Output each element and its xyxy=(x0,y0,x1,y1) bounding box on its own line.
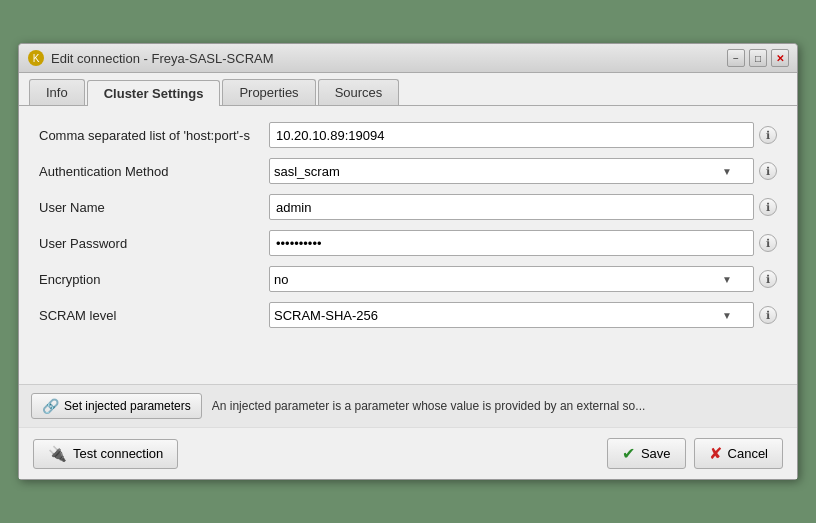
field-auth-method-wrap: sasl_scram none sasl_plain ℹ xyxy=(269,158,777,184)
field-encryption-select-wrap: no ssl starttls xyxy=(269,266,754,292)
field-auth-method-label: Authentication Method xyxy=(39,164,269,179)
user-password-info-icon[interactable]: ℹ xyxy=(759,234,777,252)
cancel-x-icon: ✘ xyxy=(709,444,722,463)
field-scram-level-select[interactable]: SCRAM-SHA-256 SCRAM-SHA-512 xyxy=(269,302,754,328)
field-encryption-wrap: no ssl starttls ℹ xyxy=(269,266,777,292)
field-host-port-input[interactable] xyxy=(269,122,754,148)
field-encryption-select[interactable]: no ssl starttls xyxy=(269,266,754,292)
field-host-port-label: Comma separated list of 'host:port'-s xyxy=(39,128,269,143)
injected-params-description: An injected parameter is a parameter who… xyxy=(212,399,646,413)
host-port-info-icon[interactable]: ℹ xyxy=(759,126,777,144)
svg-text:K: K xyxy=(33,53,40,64)
content-spacer xyxy=(39,338,777,368)
field-scram-level-wrap: SCRAM-SHA-256 SCRAM-SHA-512 ℹ xyxy=(269,302,777,328)
field-user-name-label: User Name xyxy=(39,200,269,215)
field-user-name-input[interactable] xyxy=(269,194,754,220)
field-user-password-input[interactable] xyxy=(269,230,754,256)
footer-left: 🔌 Test connection xyxy=(33,439,178,469)
user-name-info-icon[interactable]: ℹ xyxy=(759,198,777,216)
encryption-info-icon[interactable]: ℹ xyxy=(759,270,777,288)
close-button[interactable]: ✕ xyxy=(771,49,789,67)
tab-info[interactable]: Info xyxy=(29,79,85,105)
form-content: Comma separated list of 'host:port'-s ℹ … xyxy=(19,106,797,384)
titlebar-left: K Edit connection - Freya-SASL-SCRAM xyxy=(27,49,274,67)
field-scram-level-label: SCRAM level xyxy=(39,308,269,323)
save-label: Save xyxy=(641,446,671,461)
titlebar-controls: − □ ✕ xyxy=(727,49,789,67)
set-injected-params-button[interactable]: 🔗 Set injected parameters xyxy=(31,393,202,419)
field-user-password-wrap: ℹ xyxy=(269,230,777,256)
field-auth-method-select[interactable]: sasl_scram none sasl_plain xyxy=(269,158,754,184)
test-connection-label: Test connection xyxy=(73,446,163,461)
app-icon: K xyxy=(27,49,45,67)
link-icon: 🔗 xyxy=(42,398,59,414)
field-host-port-wrap: ℹ xyxy=(269,122,777,148)
field-scram-level-select-wrap: SCRAM-SHA-256 SCRAM-SHA-512 xyxy=(269,302,754,328)
field-user-password-row: User Password ℹ xyxy=(39,230,777,256)
cancel-button[interactable]: ✘ Cancel xyxy=(694,438,783,469)
save-button[interactable]: ✔ Save xyxy=(607,438,686,469)
field-user-name-wrap: ℹ xyxy=(269,194,777,220)
main-window: K Edit connection - Freya-SASL-SCRAM − □… xyxy=(18,43,798,480)
test-connection-button[interactable]: 🔌 Test connection xyxy=(33,439,178,469)
footer-right: ✔ Save ✘ Cancel xyxy=(607,438,783,469)
tab-bar: Info Cluster Settings Properties Sources xyxy=(19,73,797,106)
injected-params-strip: 🔗 Set injected parameters An injected pa… xyxy=(19,384,797,427)
cancel-label: Cancel xyxy=(728,446,768,461)
tab-sources[interactable]: Sources xyxy=(318,79,400,105)
tab-properties[interactable]: Properties xyxy=(222,79,315,105)
scram-level-info-icon[interactable]: ℹ xyxy=(759,306,777,324)
tab-cluster-settings[interactable]: Cluster Settings xyxy=(87,80,221,106)
footer-bar: 🔌 Test connection ✔ Save ✘ Cancel xyxy=(19,427,797,479)
field-encryption-label: Encryption xyxy=(39,272,269,287)
field-auth-method-row: Authentication Method sasl_scram none sa… xyxy=(39,158,777,184)
field-user-password-label: User Password xyxy=(39,236,269,251)
field-user-name-row: User Name ℹ xyxy=(39,194,777,220)
field-scram-level-row: SCRAM level SCRAM-SHA-256 SCRAM-SHA-512 … xyxy=(39,302,777,328)
minimize-button[interactable]: − xyxy=(727,49,745,67)
auth-method-info-icon[interactable]: ℹ xyxy=(759,162,777,180)
field-auth-method-select-wrap: sasl_scram none sasl_plain xyxy=(269,158,754,184)
titlebar: K Edit connection - Freya-SASL-SCRAM − □… xyxy=(19,44,797,73)
set-injected-params-label: Set injected parameters xyxy=(64,399,191,413)
field-encryption-row: Encryption no ssl starttls ℹ xyxy=(39,266,777,292)
save-check-icon: ✔ xyxy=(622,444,635,463)
maximize-button[interactable]: □ xyxy=(749,49,767,67)
field-host-port-row: Comma separated list of 'host:port'-s ℹ xyxy=(39,122,777,148)
test-connection-icon: 🔌 xyxy=(48,445,67,463)
window-title: Edit connection - Freya-SASL-SCRAM xyxy=(51,51,274,66)
